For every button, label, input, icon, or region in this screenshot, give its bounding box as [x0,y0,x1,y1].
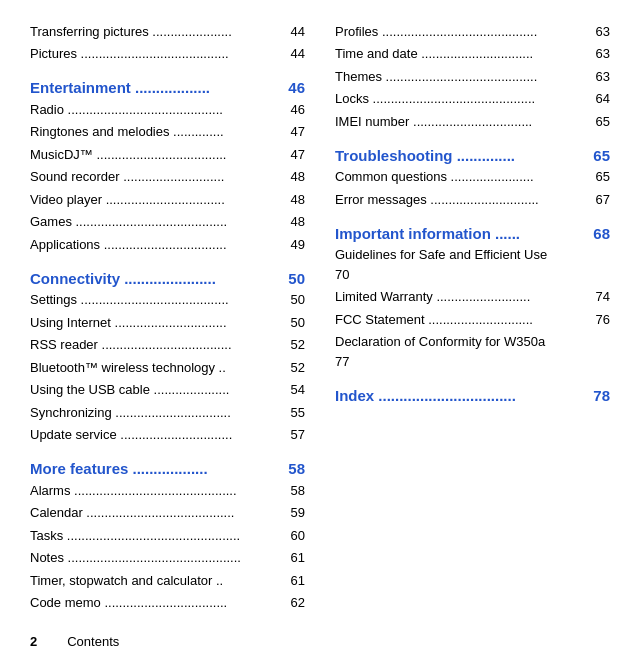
toc-entry-fcc-statement: FCC Statement ..........................… [335,308,610,331]
toc-entry-locks: Locks ..................................… [335,88,610,111]
toc-entry-settings: Settings ...............................… [30,289,305,312]
section-entertainment: Entertainment .................. 46 Radi… [30,79,305,256]
toc-entry-error-messages: Error messages .........................… [335,188,610,211]
entry-page: 70 [335,267,349,282]
entry-label: Declaration of Conformity for W350a [335,334,545,349]
section-heading-index: Index ................................. … [335,387,610,404]
section-heading-connectivity: Connectivity ...................... 50 [30,270,305,287]
entry-label: Profiles ...............................… [335,22,596,42]
section-heading-page: 58 [288,460,305,477]
entry-label: Time and date ..........................… [335,44,596,64]
toc-entry-games: Games ..................................… [30,211,305,234]
section-heading-page: 68 [593,225,610,242]
entry-label: RSS reader .............................… [30,335,291,355]
entry-page: 46 [291,100,305,120]
section-heading-label: Index ................................. [335,387,516,404]
entry-label: Themes .................................… [335,67,596,87]
right-column: Profiles ...............................… [335,20,610,649]
footer: 2 Contents [30,634,305,649]
entry-page: 63 [596,67,610,87]
toc-entry-sound-recorder: Sound recorder .........................… [30,166,305,189]
section-heading-troubleshooting: Troubleshooting .............. 65 [335,147,610,164]
entry-label: FCC Statement ..........................… [335,310,596,330]
entry-label: Common questions ....................... [335,167,596,187]
toc-entry-themes: Themes .................................… [335,65,610,88]
section-heading-label: Important information ...... [335,225,520,242]
entry-label: Using the USB cable ....................… [30,380,291,400]
toc-entry-tasks: Tasks ..................................… [30,524,305,547]
entry-label: Guidelines for Safe and Efficient Use [335,247,547,262]
entry-label: IMEI number ............................… [335,112,596,132]
entry-label: Video player ...........................… [30,190,291,210]
entry-page: 58 [291,481,305,501]
entry-label: Limited Warranty .......................… [335,287,596,307]
toc-entry-guidelines: Guidelines for Safe and Efficient Use 70 [335,244,610,286]
toc-entry-update-service: Update service .........................… [30,424,305,447]
toc-entry-ringtones: Ringtones and melodies .............. 47 [30,121,305,144]
entry-page: 44 [291,44,305,64]
entry-label: Radio ..................................… [30,100,291,120]
entry-label: Locks ..................................… [335,89,596,109]
entry-page: 65 [596,167,610,187]
section-more-features: More features .................. 58 Alar… [30,460,305,614]
footer-page-number: 2 [30,634,37,649]
section-heading-label: Connectivity ...................... [30,270,216,287]
section-index: Index ................................. … [335,387,610,404]
entry-label: Notes ..................................… [30,548,291,568]
entry-page: 61 [291,571,305,591]
section-connectivity: Connectivity ...................... 50 S… [30,270,305,447]
entry-page: 52 [291,358,305,378]
toc-entry-code-memo: Code memo ..............................… [30,592,305,615]
toc-entry-declaration-conformity: Declaration of Conformity for W350a 77 [335,331,610,373]
entry-page: 55 [291,403,305,423]
entry-label: Code memo ..............................… [30,593,291,613]
toc-entry-applications: Applications ...........................… [30,233,305,256]
entry-page: 74 [596,287,610,307]
entry-page: 47 [291,122,305,142]
entry-page: 64 [596,89,610,109]
toc-entry-musicdj: MusicDJ™ ...............................… [30,143,305,166]
toc-entry-alarms: Alarms .................................… [30,479,305,502]
entry-page: 61 [291,548,305,568]
toc-entry-bluetooth: Bluetooth™ wireless technology .. 52 [30,356,305,379]
toc-entry-profiles: Profiles ...............................… [335,20,610,43]
section-heading-page: 46 [288,79,305,96]
section-heading-entertainment: Entertainment .................. 46 [30,79,305,96]
entry-label: Update service .........................… [30,425,291,445]
toc-entry-timer: Timer, stopwatch and calculator .. 61 [30,569,305,592]
footer-label: Contents [67,634,119,649]
section-important-information: Important information ...... 68 Guidelin… [335,225,610,373]
entry-label: Timer, stopwatch and calculator .. [30,571,291,591]
toc-entry-common-questions: Common questions .......................… [335,166,610,189]
entry-page: 47 [291,145,305,165]
toc-entry-pictures: Pictures ...............................… [30,43,305,66]
entry-page: 63 [596,22,610,42]
pre-section-right-entries: Profiles ...............................… [335,20,610,133]
section-heading-page: 65 [593,147,610,164]
entry-label: Calendar ...............................… [30,503,291,523]
entry-label: Bluetooth™ wireless technology .. [30,358,291,378]
entry-page: 49 [291,235,305,255]
entry-label: Using Internet .........................… [30,313,291,333]
entry-label: Games ..................................… [30,212,291,232]
entry-page: 57 [291,425,305,445]
entry-label: Error messages .........................… [335,190,596,210]
entry-page: 52 [291,335,305,355]
entry-label: Sound recorder .........................… [30,167,291,187]
entry-page: 76 [596,310,610,330]
toc-entry-using-internet: Using Internet .........................… [30,311,305,334]
toc-entry-imei: IMEI number ............................… [335,110,610,133]
toc-entry-limited-warranty: Limited Warranty .......................… [335,286,610,309]
section-heading-more-features: More features .................. 58 [30,460,305,477]
toc-entry-notes: Notes ..................................… [30,547,305,570]
left-column: Transferring pictures ..................… [30,20,305,649]
entry-page: 65 [596,112,610,132]
section-heading-label: Troubleshooting .............. [335,147,515,164]
toc-entry-time-date: Time and date ..........................… [335,43,610,66]
section-heading-label: Entertainment .................. [30,79,210,96]
entry-page: 48 [291,167,305,187]
entry-label: Alarms .................................… [30,481,291,501]
toc-entry-transferring: Transferring pictures ..................… [30,20,305,43]
entry-page: 44 [291,22,305,42]
entry-page: 59 [291,503,305,523]
